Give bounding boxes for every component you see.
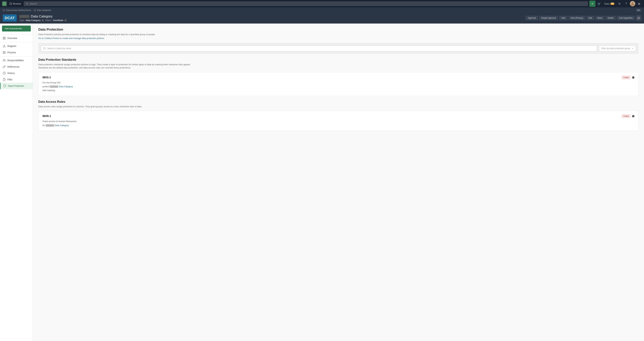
tasks-label: Tasks — [604, 2, 610, 5]
sidebar-item-label-pictures: Pictures — [8, 51, 16, 54]
sidebar-item-data-protection[interactable]: Data Protection — [0, 83, 33, 89]
edit-button[interactable]: Edit — [586, 16, 594, 20]
type-value: Data Category — [26, 19, 40, 22]
protect-text: protect — [42, 85, 49, 88]
search-icon — [26, 2, 28, 5]
auto-hyperlinks-button[interactable]: Auto hyperlinks — [617, 16, 635, 20]
sidebar-item-label-data-protection: Data Protection — [8, 84, 24, 87]
sidebar-divider-3 — [0, 56, 33, 56]
simple-approval-button[interactable]: Simple Approval — [539, 16, 558, 20]
grant-access-text: Grant access to Human Resources — [42, 120, 634, 123]
sidebar-item-label-diagram: Diagram — [8, 45, 16, 48]
svg-rect-8 — [4, 37, 6, 38]
page-description: Data Protection policies provide protect… — [38, 33, 638, 36]
help-button[interactable]: ? — [623, 1, 629, 7]
asset-type-badge: DCAT — [3, 14, 17, 22]
status-label: Status: — [45, 19, 52, 22]
responsibilities-icon — [3, 59, 6, 62]
print-button[interactable] — [636, 15, 641, 21]
breadcrumb-separator: › — [32, 9, 33, 12]
breadcrumb-item-2[interactable]: Data categories — [37, 9, 51, 12]
sidebar-item-label-responsibilities: Responsibilities — [8, 59, 24, 62]
browse-button[interactable]: Browse — [8, 2, 22, 6]
chevron-down-icon — [632, 47, 634, 50]
sidebar-collapse-button[interactable]: ‹ — [31, 27, 33, 31]
vote-button[interactable]: Vote — [559, 16, 568, 20]
standard-card-title: MHS-1 — [42, 76, 51, 79]
sidebar-item-overview[interactable]: Overview — [0, 35, 33, 41]
breadcrumb-item-1[interactable]: Data privacy building blocks — [6, 9, 31, 12]
sidebar-divider-2 — [0, 42, 33, 42]
access-rule-info-icon[interactable]: i — [632, 115, 634, 117]
asset-title: Data Category — [19, 14, 523, 18]
cart-button[interactable]: 🛒 — [596, 1, 602, 7]
for-redacted — [46, 124, 54, 126]
status-info-icon[interactable]: i — [64, 19, 67, 22]
for-link[interactable]: Data Category — [55, 124, 69, 126]
overview-icon — [3, 37, 6, 40]
access-rule-status-badge: Failed — [622, 114, 631, 118]
nav-actions: + 🛒 Tasks 33 ↻ ? ⊞ — [589, 1, 642, 7]
top-navigation: Browse + 🛒 Tasks 33 ↻ ? ⊞ — [0, 0, 644, 8]
diagram-icon — [3, 44, 6, 48]
tasks-button[interactable]: Tasks 33 — [603, 2, 616, 6]
status-badge-failed: Failed — [622, 76, 631, 79]
standard-card-mhs1: MHS-1 Failed i For the Group CID protect… — [38, 72, 638, 96]
grid-button[interactable]: ⊞ — [636, 1, 642, 7]
search-policy-input[interactable] — [47, 47, 595, 50]
sidebar-item-files[interactable]: Files — [0, 76, 33, 83]
type-info-icon[interactable]: i — [42, 19, 44, 22]
references-icon — [3, 65, 6, 68]
filter-group-placeholder: Filter by data protection group — [601, 47, 630, 50]
protect-link[interactable]: Data Category — [59, 85, 73, 88]
standards-title: Data Protection Standards — [38, 58, 638, 62]
breadcrumb-bar: Data privacy building blocks › Data cate… — [0, 8, 644, 13]
sidebar-item-label-references: References — [8, 66, 20, 68]
vote-privacy-button[interactable]: Vote (Privacy) — [568, 16, 586, 20]
sidebar-item-diagram[interactable]: Diagram — [0, 43, 33, 49]
for-row: for Data Category — [42, 124, 634, 127]
asset-title-text: Data Category — [31, 14, 52, 18]
with-method-text: with Hashing — [42, 88, 634, 92]
breadcrumb: Data privacy building blocks › Data cate… — [3, 9, 51, 12]
page-title: Data Protection — [38, 28, 638, 32]
global-search-input[interactable] — [30, 2, 586, 5]
access-rules-title: Data Access Rules — [38, 100, 638, 104]
sidebar-item-label-files: Files — [8, 78, 12, 81]
svg-point-1 — [26, 3, 28, 4]
avatar-image — [630, 1, 635, 6]
browse-label: Browse — [13, 2, 21, 5]
collibra-protect-link[interactable]: Go to Collibra Protect to create and man… — [38, 37, 105, 40]
card-info-icon[interactable]: i — [632, 76, 634, 79]
card-header: MHS-1 Failed i — [42, 76, 634, 79]
search-policy-icon — [43, 47, 46, 50]
move-button[interactable]: Move — [595, 16, 604, 20]
svg-point-13 — [5, 47, 6, 47]
approval-button[interactable]: Approval — [526, 16, 538, 20]
user-avatar[interactable] — [630, 1, 635, 6]
filter-bar: Filter by data protection group — [38, 43, 638, 54]
create-button[interactable]: + — [589, 1, 596, 7]
title-redacted — [19, 15, 30, 18]
svg-rect-7 — [3, 37, 4, 38]
filter-group-select[interactable]: Filter by data protection group — [599, 46, 636, 51]
delete-button[interactable]: Delete — [606, 16, 616, 20]
breadcrumb-category-icon — [34, 9, 36, 12]
sidebar-item-history[interactable]: History — [0, 70, 33, 76]
protect-row: protect Data Category — [42, 84, 634, 88]
app-logo — [2, 1, 7, 6]
sync-button[interactable]: ↻ — [616, 1, 622, 7]
sidebar-item-responsibilities[interactable]: Responsibilities — [0, 57, 33, 64]
status-value: Candidate — [53, 19, 63, 22]
add-characteristic-button[interactable]: Add characteristic — [2, 26, 31, 32]
sidebar-item-label-overview: Overview — [8, 37, 17, 40]
global-search-bar[interactable] — [24, 1, 588, 6]
asset-info: Data Category Type: Data Category i Stat… — [19, 14, 523, 22]
sidebar-item-references[interactable]: References — [0, 64, 33, 70]
main-content: Data Protection Data Protection policies… — [33, 24, 644, 341]
access-rule-card-header: MHR-1 Failed i — [42, 114, 634, 118]
main-layout: Add characteristic ‹ Overview Diagram Pi… — [0, 24, 644, 341]
breadcrumb-home-icon — [3, 9, 5, 12]
sidebar-item-pictures[interactable]: Pictures — [0, 49, 33, 56]
pictures-icon — [3, 51, 6, 54]
